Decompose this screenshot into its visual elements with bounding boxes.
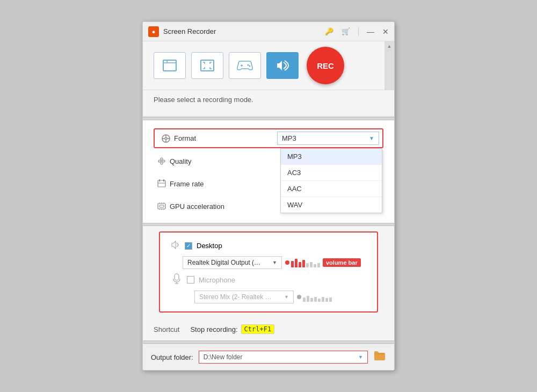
browse-folder-button[interactable]: [373, 350, 386, 365]
output-folder-label: Output folder:: [151, 353, 193, 361]
volume-dot-active: [285, 260, 289, 265]
microphone-checkbox[interactable]: [187, 276, 194, 284]
svg-rect-17: [163, 179, 164, 182]
desktop-device-select[interactable]: Realtek Digital Output (2- R... ▼: [183, 256, 282, 269]
stereo-bar-6: [322, 297, 324, 302]
volume-bars: [291, 258, 320, 267]
vol-bar-6: [310, 262, 313, 267]
prompt-text: Please select a recording mode.: [143, 90, 394, 112]
format-value: MP3: [282, 134, 296, 142]
svg-rect-19: [159, 205, 164, 207]
svg-point-12: [163, 160, 165, 162]
desktop-audio-header: Desktop: [171, 241, 366, 251]
svg-point-3: [249, 66, 251, 67]
microphone-row: Microphone: [171, 273, 366, 286]
svg-rect-18: [158, 204, 165, 209]
stereo-chevron-icon: ▼: [284, 294, 289, 300]
svg-point-10: [158, 160, 161, 162]
desktop-device-row: Realtek Digital Output (2- R... ▼: [183, 256, 366, 269]
volume-bar-container: volume bar: [285, 258, 361, 267]
option-wav[interactable]: WAV: [281, 197, 382, 213]
close-button[interactable]: ✕: [382, 27, 389, 36]
stereo-vol-dot: [297, 295, 301, 299]
svg-point-13: [161, 162, 163, 164]
vol-bar-3: [299, 262, 301, 267]
key-icon[interactable]: 🔑: [325, 27, 333, 35]
output-chevron-icon: ▼: [358, 354, 363, 360]
desktop-checkbox[interactable]: [185, 242, 192, 250]
gamepad-button[interactable]: [229, 52, 261, 79]
stereo-bar-8: [329, 297, 332, 302]
output-folder-field[interactable]: D:\New folder ▼: [199, 351, 368, 364]
vol-bar-4: [302, 260, 305, 267]
stereo-bar-5: [318, 299, 321, 302]
vol-bar-7: [314, 264, 316, 267]
stop-shortcut: Stop recording: Ctrl+F1: [190, 324, 274, 334]
svg-point-6: [165, 135, 166, 136]
minimize-button[interactable]: —: [367, 27, 374, 36]
quality-icon: [154, 156, 170, 166]
stereo-vol-bars: [303, 292, 332, 302]
gpu-icon: [154, 201, 170, 211]
option-mp3[interactable]: MP3: [281, 149, 382, 165]
vol-bar-2: [295, 259, 297, 267]
shortcut-label: Shortcut: [154, 325, 179, 333]
option-aac[interactable]: AAC: [281, 181, 382, 197]
stereo-volume-container: [297, 292, 332, 302]
audio-button[interactable]: [266, 52, 299, 79]
svg-point-9: [163, 138, 164, 139]
region-button[interactable]: [154, 52, 186, 79]
title-bar: ● Screen Recorder 🔑 🛒 — ✕: [143, 22, 394, 41]
app-icon: ●: [148, 26, 159, 37]
format-select[interactable]: MP3 ▼: [277, 132, 379, 145]
stereo-bar-7: [325, 298, 328, 302]
stereo-bar-4: [314, 297, 317, 302]
svg-rect-1: [201, 60, 214, 71]
stereo-device-row: Stereo Mix (2- Realtek High... ▼: [194, 291, 366, 303]
stereo-device-value: Stereo Mix (2- Realtek High...: [199, 293, 274, 301]
vol-bar-8: [317, 263, 320, 267]
fullscreen-button[interactable]: [191, 52, 223, 79]
toolbar: REC ▲: [143, 41, 394, 90]
shortcut-section: Shortcut Stop recording: Ctrl+F1: [143, 318, 394, 340]
svg-rect-20: [175, 274, 179, 280]
format-row: Format MP3 ▼ MP3 AC3 AAC WAV: [154, 128, 383, 148]
svg-point-7: [168, 138, 169, 139]
settings-section: Format MP3 ▼ MP3 AC3 AAC WAV: [143, 120, 394, 223]
rec-button[interactable]: REC: [307, 47, 344, 84]
stereo-device-select[interactable]: Stereo Mix (2- Realtek High... ▼: [194, 291, 294, 303]
svg-point-14: [161, 161, 162, 162]
svg-point-8: [165, 141, 166, 142]
scroll-indicator[interactable]: ▲: [384, 41, 394, 90]
main-window: ● Screen Recorder 🔑 🛒 — ✕: [142, 21, 395, 371]
volume-bar-label: volume bar: [323, 258, 361, 267]
output-path: D:\New folder: [204, 353, 243, 361]
output-section: Output folder: D:\New folder ▼: [143, 344, 394, 370]
audio-section-wrapper: Desktop Realtek Digital Output (2- R... …: [143, 226, 394, 318]
svg-point-5: [165, 137, 167, 140]
svg-point-11: [161, 158, 163, 160]
format-dropdown: MP3 AC3 AAC WAV: [280, 148, 382, 213]
svg-point-2: [248, 64, 249, 66]
stop-key: Ctrl+F1: [241, 324, 275, 334]
framerate-icon: [154, 179, 170, 188]
chevron-down-icon: ▼: [369, 135, 374, 141]
desktop-device-value: Realtek Digital Output (2- R...: [187, 259, 263, 266]
stereo-bar-1: [303, 297, 306, 302]
svg-rect-0: [163, 60, 176, 71]
stop-label: Stop recording:: [190, 325, 237, 333]
window-title: Screen Recorder: [163, 27, 325, 35]
format-icon: [158, 134, 174, 143]
option-ac3[interactable]: AC3: [281, 165, 382, 181]
format-label: Format: [174, 134, 277, 142]
cart-icon[interactable]: 🛒: [342, 27, 350, 35]
audio-section: Desktop Realtek Digital Output (2- R... …: [159, 231, 378, 313]
toolbar-area: REC ▲ Please select a recording mode.: [143, 41, 394, 117]
mic-icon: [171, 273, 183, 286]
vol-bar-1: [291, 261, 294, 267]
window-controls: 🔑 🛒 — ✕: [325, 27, 389, 36]
stereo-bar-2: [307, 296, 309, 302]
device-chevron-icon: ▼: [272, 260, 277, 265]
svg-rect-16: [159, 179, 160, 182]
microphone-label: Microphone: [199, 276, 235, 284]
